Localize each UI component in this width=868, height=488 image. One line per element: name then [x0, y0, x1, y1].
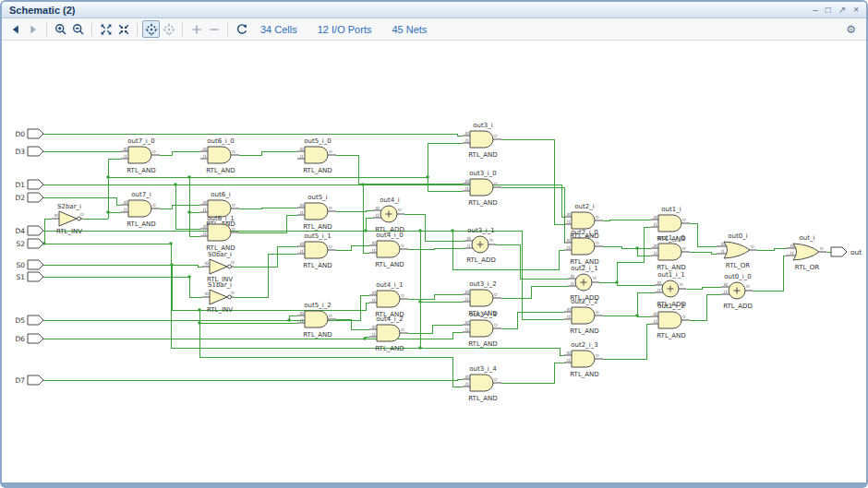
- cell-out5_i[interactable]: I0I1Oout5_iRTL_AND: [297, 194, 336, 231]
- port-D1[interactable]: D1: [15, 180, 43, 189]
- net-wire[interactable]: [753, 256, 786, 291]
- and-gate-shape[interactable]: [572, 351, 595, 367]
- and-gate-shape[interactable]: [658, 312, 681, 328]
- net-wire[interactable]: [757, 248, 786, 250]
- net-wire[interactable]: [686, 287, 721, 289]
- net-wire[interactable]: [189, 177, 200, 236]
- input-port-shape[interactable]: [28, 129, 43, 138]
- net-wire[interactable]: [336, 245, 369, 250]
- minimize-button[interactable]: –: [813, 6, 818, 15]
- net-wire[interactable]: [501, 312, 564, 328]
- net-wire[interactable]: [43, 197, 121, 205]
- net-wire[interactable]: [43, 134, 463, 136]
- net-wire[interactable]: [160, 205, 200, 208]
- cell-out4_i_0[interactable]: I0I1Oout4_i_0RTL_AND: [369, 232, 408, 268]
- inverter-triangle-shape[interactable]: [210, 259, 227, 274]
- and-gate-shape[interactable]: [208, 147, 231, 163]
- and-gate-shape[interactable]: [377, 241, 400, 257]
- schematic-canvas[interactable]: D0D3D1D2D4S2S0S1D5D6D7outI0OS2bar_iRTL_I…: [2, 41, 866, 483]
- cell-out6_i[interactable]: I0I1Oout6_iRTL_AND: [200, 191, 239, 228]
- and-gate-shape[interactable]: [377, 291, 400, 307]
- and-gate-shape[interactable]: [658, 244, 681, 260]
- net-wire[interactable]: [336, 210, 373, 211]
- and-gate-shape[interactable]: [470, 131, 493, 148]
- input-port-shape[interactable]: [28, 260, 43, 269]
- port-D5[interactable]: D5: [15, 315, 43, 325]
- and-gate-shape[interactable]: [305, 203, 328, 220]
- and-gate-shape[interactable]: [128, 147, 151, 163]
- cell-out3_i_4[interactable]: I0I1Oout3_i_4RTL_AND: [463, 365, 501, 402]
- net-wire[interactable]: [501, 286, 568, 298]
- inverter-triangle-shape[interactable]: [59, 211, 77, 226]
- input-port-shape[interactable]: [28, 272, 43, 281]
- net-wire[interactable]: [599, 282, 655, 285]
- and-gate-shape[interactable]: [470, 179, 493, 196]
- net-wire[interactable]: [501, 187, 564, 243]
- cell-out4_i[interactable]: I0I1Oout4_iRTL_ADD: [373, 196, 404, 233]
- cell-out5_i_0[interactable]: I0I1Oout5_i_0RTL_AND: [297, 137, 336, 174]
- io-ports-count-link[interactable]: 12 I/O Ports: [318, 24, 372, 35]
- port-D2[interactable]: D2: [15, 193, 43, 202]
- net-wire[interactable]: [603, 220, 651, 220]
- and-gate-shape[interactable]: [470, 290, 493, 306]
- net-wire[interactable]: [234, 254, 297, 297]
- net-wire[interactable]: [408, 294, 463, 299]
- cell-out3_i_1[interactable]: I0I1Oout3_i_1RTL_ADD: [464, 227, 496, 264]
- and-gate-shape[interactable]: [470, 320, 493, 337]
- cell-out4_i_2[interactable]: I0I1Oout4_i_2RTL_AND: [369, 315, 408, 352]
- net-wire[interactable]: [43, 265, 202, 267]
- net-wire[interactable]: [501, 139, 564, 224]
- and-gate-shape[interactable]: [572, 212, 595, 229]
- cell-out0_i[interactable]: I0I1Oout0_iRTL_OR: [717, 232, 757, 269]
- cell-S2bar_i[interactable]: I0OS2bar_iRTL_INV: [52, 203, 84, 235]
- port-S0[interactable]: S0: [16, 260, 43, 269]
- net-wire[interactable]: [428, 143, 463, 177]
- expand-cone-button[interactable]: [187, 20, 205, 38]
- titlebar[interactable]: Schematic (2) –□↗×: [2, 2, 866, 18]
- cell-out3_i[interactable]: I0I1Oout3_iRTL_AND: [463, 122, 501, 159]
- and-gate-shape[interactable]: [470, 375, 493, 391]
- net-wire[interactable]: [637, 292, 655, 315]
- and-gate-shape[interactable]: [305, 147, 328, 163]
- net-wire[interactable]: [189, 277, 202, 297]
- cell-out6_i_0[interactable]: I0I1Oout6_i_0RTL_AND: [200, 137, 239, 174]
- cell-out7_i_0[interactable]: I0I1Oout7_i_0RTL_AND: [121, 137, 160, 174]
- input-port-shape[interactable]: [28, 226, 43, 235]
- port-D3[interactable]: D3: [15, 147, 43, 156]
- cell-out2_i_2[interactable]: I0I1Oout2_i_2RTL_AND: [564, 298, 603, 335]
- net-wire[interactable]: [617, 227, 651, 282]
- maximize-button[interactable]: □: [826, 6, 831, 15]
- cell-out2_i_1[interactable]: I0I1Oout2_i_1RTL_ADD: [568, 265, 599, 302]
- collapse-cone-button[interactable]: [205, 20, 223, 38]
- net-wire[interactable]: [366, 218, 373, 231]
- cell-out7_i[interactable]: I0I1Oout7_iRTL_AND: [121, 191, 160, 228]
- input-port-shape[interactable]: [28, 375, 43, 385]
- and-gate-shape[interactable]: [305, 242, 328, 258]
- port-out[interactable]: out: [831, 247, 862, 256]
- input-port-shape[interactable]: [28, 315, 43, 325]
- input-port-shape[interactable]: [28, 180, 43, 189]
- schematic-svg[interactable]: D0D3D1D2D4S2S0S1D5D6D7outI0OS2bar_iRTL_I…: [2, 41, 866, 488]
- cell-out2_i_3[interactable]: I0I1Oout2_i_3RTL_AND: [564, 341, 603, 378]
- cell-out3_i_0[interactable]: I0I1Oout3_i_0RTL_AND: [463, 170, 501, 207]
- port-S1[interactable]: S1: [16, 272, 43, 281]
- forward-button[interactable]: [24, 20, 42, 38]
- and-gate-shape[interactable]: [208, 224, 231, 241]
- zoom-in-button[interactable]: [52, 20, 69, 38]
- net-wire[interactable]: [690, 223, 717, 246]
- zoom-out-button[interactable]: [69, 20, 87, 38]
- net-wire[interactable]: [175, 184, 200, 229]
- net-wire[interactable]: [234, 246, 297, 267]
- settings-gear-icon[interactable]: ⚙: [846, 23, 856, 36]
- and-gate-shape[interactable]: [377, 325, 400, 341]
- cell-out4_i_1[interactable]: I0I1Oout4_i_1RTL_AND: [369, 281, 408, 318]
- port-S2[interactable]: S2: [16, 239, 43, 248]
- output-port-shape[interactable]: [831, 247, 847, 256]
- regenerate-button[interactable]: [233, 20, 250, 38]
- cell-out0_i_0[interactable]: I0I1Oout0_i_0RTL_ADD: [721, 273, 753, 310]
- net-wire[interactable]: [603, 315, 651, 316]
- back-button[interactable]: [6, 20, 24, 38]
- port-D4[interactable]: D4: [15, 226, 43, 235]
- net-wire[interactable]: [690, 252, 717, 254]
- float-button[interactable]: ↗: [838, 6, 846, 15]
